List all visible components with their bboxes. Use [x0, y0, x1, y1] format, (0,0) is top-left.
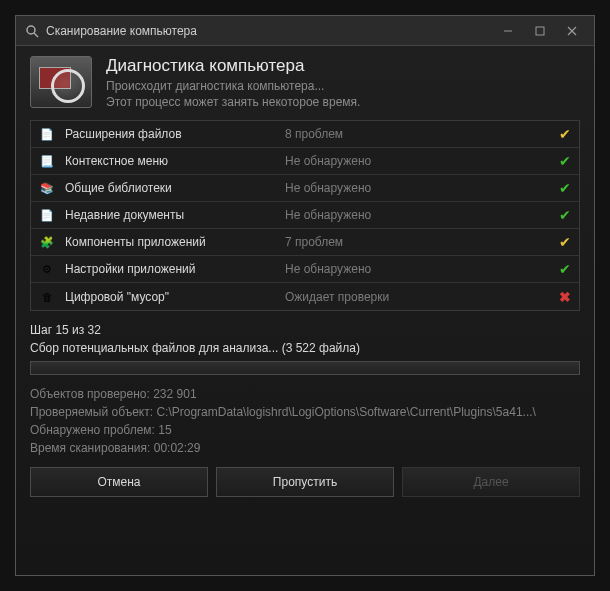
stat-objects: Объектов проверено: 232 901 [30, 385, 580, 403]
list-item: 📄Недавние документыНе обнаружено✔ [31, 202, 579, 229]
category-icon: 📄 [39, 207, 55, 223]
category-label: Расширения файлов [65, 127, 285, 141]
category-label: Общие библиотеки [65, 181, 285, 195]
category-status: Не обнаружено [285, 262, 553, 276]
next-button: Далее [402, 467, 580, 497]
category-icon: 📚 [39, 180, 55, 196]
header-line-2: Этот процесс может занять некоторое врем… [106, 94, 360, 110]
category-icon: ⚙ [39, 261, 55, 277]
category-status: Не обнаружено [285, 208, 553, 222]
maximize-button[interactable] [526, 20, 554, 42]
diagnostics-icon [30, 56, 92, 108]
titlebar: Сканирование компьютера [16, 16, 594, 46]
window-controls [494, 20, 586, 42]
list-item: 📄Расширения файлов8 проблем✔ [31, 121, 579, 148]
svg-point-0 [27, 26, 35, 34]
list-item: 🗑Цифровой "мусор"Ожидает проверки✖ [31, 283, 579, 310]
progress-bar [30, 361, 580, 375]
category-icon: 🗑 [39, 289, 55, 305]
status-mark-icon: ✔ [553, 234, 571, 250]
category-status: Ожидает проверки [285, 290, 553, 304]
category-status: 8 проблем [285, 127, 553, 141]
status-mark-icon: ✔ [553, 126, 571, 142]
app-icon [24, 23, 40, 39]
category-label: Цифровой "мусор" [65, 290, 285, 304]
scan-window: Сканирование компьютера Диагностика комп… [15, 15, 595, 576]
stats-block: Объектов проверено: 232 901 Проверяемый … [30, 385, 580, 457]
category-icon: 📄 [39, 126, 55, 142]
svg-rect-3 [536, 27, 544, 35]
svg-line-1 [34, 33, 38, 37]
stat-time: Время сканирования: 00:02:29 [30, 439, 580, 457]
category-icon: 📃 [39, 153, 55, 169]
list-item: 📃Контекстное менюНе обнаружено✔ [31, 148, 579, 175]
list-item: 📚Общие библиотекиНе обнаружено✔ [31, 175, 579, 202]
category-label: Компоненты приложений [65, 235, 285, 249]
list-item: ⚙Настройки приложенийНе обнаружено✔ [31, 256, 579, 283]
window-title: Сканирование компьютера [46, 24, 494, 38]
list-item: 🧩Компоненты приложений7 проблем✔ [31, 229, 579, 256]
scan-categories-list: 📄Расширения файлов8 проблем✔📃Контекстное… [30, 120, 580, 311]
progress-step: Шаг 15 из 32 [30, 323, 580, 337]
minimize-button[interactable] [494, 20, 522, 42]
progress-action: Сбор потенциальных файлов для анализа...… [30, 341, 580, 355]
window-body: Диагностика компьютера Происходит диагно… [16, 46, 594, 575]
category-status: Не обнаружено [285, 181, 553, 195]
status-mark-icon: ✔ [553, 180, 571, 196]
category-status: Не обнаружено [285, 154, 553, 168]
stat-current: Проверяемый объект: C:\ProgramData\logis… [30, 403, 580, 421]
category-label: Недавние документы [65, 208, 285, 222]
category-icon: 🧩 [39, 234, 55, 250]
page-title: Диагностика компьютера [106, 56, 360, 76]
progress-block: Шаг 15 из 32 Сбор потенциальных файлов д… [30, 323, 580, 457]
category-status: 7 проблем [285, 235, 553, 249]
header-line-1: Происходит диагностика компьютера... [106, 78, 360, 94]
status-mark-icon: ✔ [553, 261, 571, 277]
header: Диагностика компьютера Происходит диагно… [30, 56, 580, 110]
status-mark-icon: ✖ [553, 289, 571, 305]
status-mark-icon: ✔ [553, 207, 571, 223]
close-button[interactable] [558, 20, 586, 42]
header-text: Диагностика компьютера Происходит диагно… [106, 56, 360, 110]
skip-button[interactable]: Пропустить [216, 467, 394, 497]
button-row: Отмена Пропустить Далее [30, 467, 580, 497]
category-label: Контекстное меню [65, 154, 285, 168]
cancel-button[interactable]: Отмена [30, 467, 208, 497]
status-mark-icon: ✔ [553, 153, 571, 169]
category-label: Настройки приложений [65, 262, 285, 276]
stat-problems: Обнаружено проблем: 15 [30, 421, 580, 439]
